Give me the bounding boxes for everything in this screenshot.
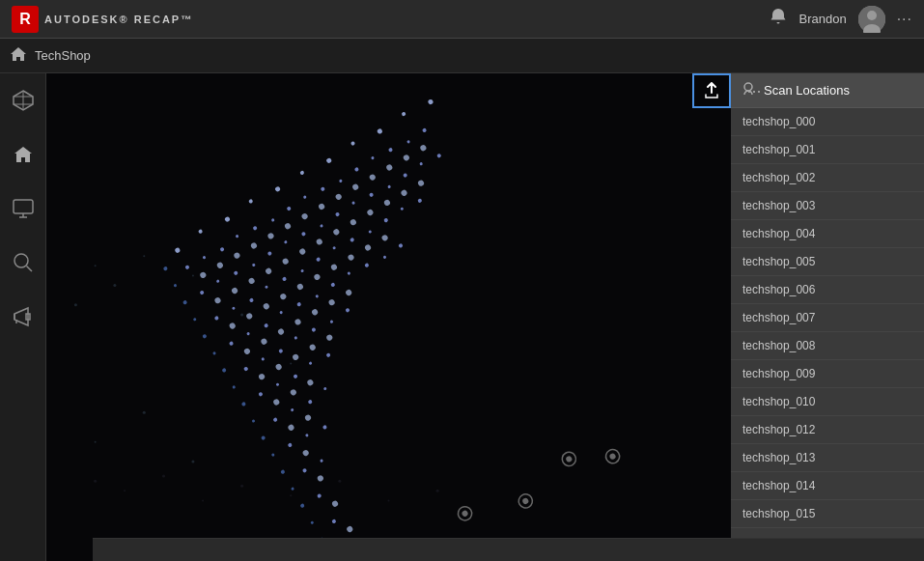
header-left: R AUTODESK® RECAP™: [0, 6, 193, 33]
user-avatar[interactable]: [858, 6, 885, 33]
svg-point-209: [95, 441, 97, 443]
svg-point-17: [124, 490, 126, 491]
scan-list-item[interactable]: techshop_006: [731, 276, 924, 304]
point-cloud-viewport: [46, 73, 731, 561]
svg-point-208: [143, 411, 146, 414]
sidebar-item-notifications[interactable]: [6, 299, 41, 334]
autodesk-logo: R AUTODESK® RECAP™: [12, 6, 193, 33]
svg-point-1: [867, 11, 877, 20]
svg-point-210: [191, 460, 194, 463]
scan-list-item[interactable]: techshop_009: [731, 360, 924, 388]
svg-point-201: [95, 265, 97, 266]
logo-icon: R: [12, 6, 39, 33]
svg-line-11: [26, 266, 32, 272]
breadcrumb-title: TechShop: [35, 48, 91, 63]
notification-bell-icon[interactable]: [769, 7, 788, 31]
svg-point-16: [94, 480, 97, 483]
svg-point-207: [290, 363, 292, 365]
scan-list-item[interactable]: techshop_003: [731, 192, 924, 220]
svg-point-22: [338, 480, 341, 483]
svg-point-20: [240, 485, 243, 488]
header-right: Brandon ···: [769, 6, 925, 33]
svg-point-10: [14, 254, 28, 267]
svg-point-19: [202, 499, 204, 501]
scan-list-item[interactable]: techshop_008: [731, 332, 924, 360]
scan-list-item[interactable]: techshop_010: [731, 388, 924, 416]
user-name-label: Brandon: [799, 12, 847, 26]
scan-list-item[interactable]: techshop_014: [731, 472, 924, 500]
svg-point-203: [143, 255, 145, 257]
scan-list-item[interactable]: techshop_015: [731, 500, 924, 528]
scan-list-item[interactable]: techshop_001: [731, 136, 924, 164]
svg-point-23: [387, 499, 389, 501]
svg-point-24: [436, 490, 439, 492]
scan-locations-list: techshop_000techshop_001techshop_002tech…: [731, 108, 924, 561]
sidebar-item-3d[interactable]: [6, 83, 41, 118]
svg-point-202: [113, 284, 116, 287]
svg-point-206: [240, 313, 243, 316]
svg-point-204: [74, 303, 77, 306]
scan-locations-title: Scan Locations: [764, 83, 850, 98]
scan-locations-panel: Scan Locations techshop_000techshop_001t…: [731, 73, 924, 561]
more-options-button[interactable]: ···: [739, 73, 770, 108]
bottom-bar: [93, 538, 924, 561]
svg-point-21: [290, 494, 292, 496]
left-sidebar: [0, 73, 46, 561]
svg-point-18: [162, 475, 165, 478]
scan-list-item[interactable]: techshop_007: [731, 304, 924, 332]
scan-list-item[interactable]: techshop_002: [731, 164, 924, 192]
svg-point-205: [192, 274, 194, 276]
breadcrumb-home-icon[interactable]: [10, 46, 27, 66]
export-button[interactable]: [692, 73, 731, 108]
scan-list-item[interactable]: techshop_004: [731, 220, 924, 248]
scan-list-item[interactable]: techshop_013: [731, 444, 924, 472]
header-bar: R AUTODESK® RECAP™ Brandon ···: [0, 0, 924, 39]
breadcrumb-bar: TechShop: [0, 39, 924, 73]
point-cloud-svg: [46, 73, 731, 561]
sidebar-item-search[interactable]: [6, 245, 41, 280]
main-viewport: ··· Scan Locations techshop_000techshop_…: [46, 73, 924, 561]
sidebar-item-home[interactable]: [6, 137, 41, 172]
svg-rect-7: [14, 200, 33, 213]
header-more-icon[interactable]: ···: [897, 11, 912, 28]
sidebar-item-display[interactable]: [6, 191, 41, 226]
scan-list-item[interactable]: techshop_012: [731, 416, 924, 444]
app-name: AUTODESK® RECAP™: [44, 14, 193, 25]
scan-list-item[interactable]: techshop_005: [731, 248, 924, 276]
scan-list-item[interactable]: techshop_000: [731, 108, 924, 136]
svg-rect-15: [46, 73, 731, 561]
